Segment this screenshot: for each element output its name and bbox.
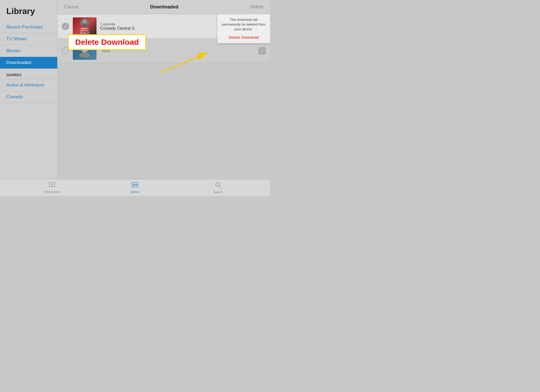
svg-line-11 [219, 186, 221, 188]
item-1-checkbox[interactable] [62, 23, 69, 30]
delete-tooltip: This download will permanently be delete… [217, 14, 270, 43]
svg-point-10 [216, 183, 219, 186]
sidebar-item-action-adventure[interactable]: Action & Adventure [0, 79, 57, 91]
sidebar-item-movies[interactable]: Movies [0, 45, 57, 57]
svg-rect-9 [132, 185, 138, 187]
app-container: Library Recent Purchases TV Shows Movies… [0, 0, 270, 196]
sidebar: Library Recent Purchases TV Shows Movies… [0, 0, 57, 179]
tab-library-label: Library [131, 190, 139, 193]
nav-title: Downloaded [150, 4, 179, 10]
delete-button[interactable]: Delete [250, 4, 264, 10]
sidebar-item-tv-shows[interactable]: TV Shows [0, 33, 57, 45]
svg-marker-7 [51, 184, 53, 185]
sidebar-item-downloaded[interactable]: Downloaded [0, 57, 57, 69]
sidebar-item-comedy[interactable]: Comedy [0, 91, 57, 103]
search-icon [215, 182, 221, 189]
tab-bar: Watch Now Library Search [0, 179, 270, 196]
content-area: Library Recent Purchases TV Shows Movies… [0, 0, 270, 179]
sidebar-title: Library [0, 6, 57, 21]
svg-point-1 [81, 24, 88, 27]
item-2-checkmark[interactable] [258, 47, 266, 55]
svg-rect-8 [132, 183, 138, 184]
main-content: Cancel Downloaded Delete COMEDYCENTRALST… [57, 0, 270, 179]
nav-bar: Cancel Downloaded Delete [57, 0, 270, 14]
delete-download-annotation: Delete Download [68, 34, 146, 50]
sidebar-item-recent-purchases[interactable]: Recent Purchases [0, 21, 57, 33]
person-image [80, 18, 89, 27]
tab-watch-now[interactable]: Watch Now [11, 182, 94, 193]
cancel-button[interactable]: Cancel [64, 4, 79, 10]
svg-point-3 [79, 53, 90, 57]
tooltip-message: This download will permanently be delete… [221, 17, 266, 32]
genres-header: GENRES [0, 69, 57, 79]
watch-now-icon [49, 182, 55, 189]
tooltip-delete-action[interactable]: Delete Download [221, 35, 266, 40]
tab-library[interactable]: Library [94, 182, 177, 193]
annotation-label: Delete Download [75, 38, 139, 46]
item-1-thumbnail: COMEDYCENTRALSTAND-UP [73, 17, 97, 35]
tab-watch-now-label: Watch Now [45, 190, 59, 193]
thumbnail-text: COMEDYCENTRALSTAND-UP [80, 28, 89, 34]
tab-search[interactable]: Search [176, 182, 259, 194]
library-icon [132, 182, 138, 189]
tab-search-label: Search [213, 190, 223, 194]
svg-point-0 [83, 19, 87, 24]
